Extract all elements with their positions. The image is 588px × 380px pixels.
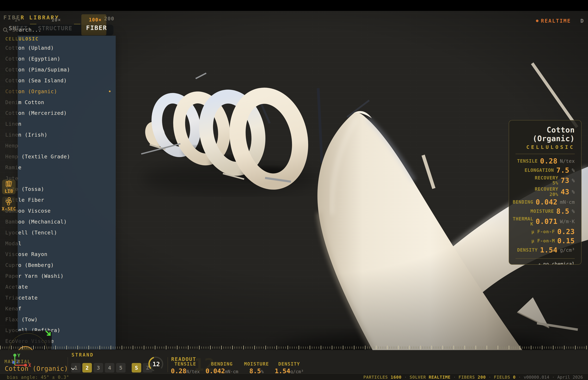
- list-item-label: Jute (Tossa): [18, 186, 44, 192]
- stat-label: MOISTURE: [244, 361, 269, 367]
- list-item-fiber[interactable]: Hemp: [18, 140, 111, 151]
- list-item-fiber[interactable]: Jute: [18, 173, 111, 184]
- list-item-fiber[interactable]: Viscose Rayon: [18, 249, 111, 260]
- list-item-fiber[interactable]: Triacetate: [18, 292, 111, 303]
- quality-mode-button[interactable]: D: [581, 18, 584, 24]
- list-item-label: Flax (Tow): [18, 317, 38, 323]
- list-item-label: Denim Cotton: [18, 99, 44, 105]
- property-unit: mN·cm: [560, 199, 575, 205]
- strand-button-3[interactable]: 3: [94, 363, 103, 373]
- note-text: no chemical residue: [543, 261, 575, 265]
- search-placeholder: Search...: [12, 27, 41, 33]
- strand-button-s[interactable]: S: [132, 363, 141, 373]
- property-label: TENSILE: [517, 158, 538, 164]
- cursor-arrow-icon: [45, 330, 52, 337]
- status-separator: ·: [552, 375, 554, 380]
- status-label: FIBERS: [458, 375, 475, 380]
- strand-section-label: STRAND: [72, 352, 94, 358]
- list-item-fiber[interactable]: Ramie: [18, 162, 111, 173]
- property-row: BENDING0.042mN·cm: [515, 197, 575, 207]
- tab-fiber[interactable]: FIBER: [86, 24, 107, 31]
- timeline-ruler[interactable]: [0, 345, 588, 350]
- sidebar-item-cross-section[interactable]: X-SEC: [2, 197, 16, 212]
- list-item-label: Hemp: [18, 143, 18, 149]
- list-item-label: Modal: [18, 241, 21, 247]
- list-item-fiber[interactable]: Cotton (Pima/Supima): [18, 64, 111, 75]
- property-unit: %: [572, 178, 575, 183]
- list-item-fiber[interactable]: Linen (Irish): [18, 130, 111, 140]
- list-item-fiber[interactable]: Acetate: [18, 282, 111, 292]
- readout-stat: BENDING0.042mN·cm: [206, 361, 238, 375]
- strand-button-4[interactable]: 4: [105, 363, 114, 373]
- list-item-fiber[interactable]: Cotton (Egyptian): [18, 53, 111, 64]
- status-date: April 2026: [557, 375, 583, 380]
- sidebar-item-library[interactable]: LIB: [2, 180, 16, 194]
- list-item-fiber[interactable]: Paper Yarn (Washi): [18, 271, 111, 282]
- property-unit: g/cm³: [560, 247, 575, 253]
- readout-stat: MOISTURE8.5%: [244, 361, 269, 375]
- scale-button-100x[interactable]: 100×: [89, 17, 102, 23]
- property-row: RECOVERY 20%43%: [515, 186, 575, 197]
- list-item-fiber[interactable]: Lyocell (Tencel): [18, 227, 111, 238]
- status-separator: ·: [518, 375, 521, 380]
- property-value: 0.071: [536, 217, 557, 226]
- property-row: µ F-on-F0.23: [515, 227, 575, 236]
- list-item-fiber[interactable]: Modal: [18, 238, 111, 249]
- status-label: PARTICLES: [363, 375, 388, 380]
- stat-label: TENSILE: [174, 361, 196, 367]
- list-item-fiber[interactable]: Bamboo (Mechanical): [18, 216, 111, 227]
- list-item-label: Cotton (Upland): [18, 45, 54, 51]
- property-label: ELONGATION: [525, 168, 554, 173]
- search-icon: [3, 27, 8, 33]
- inspector-category: CELLULOSIC: [515, 144, 575, 150]
- strand-button-1[interactable]: 1: [71, 363, 81, 373]
- list-item-fiber[interactable]: Flax (Tow): [18, 314, 111, 325]
- stat-label: BENDING: [211, 361, 233, 367]
- list-item-fiber[interactable]: Linen: [18, 118, 111, 130]
- list-item-fiber[interactable]: Cupro (Bemberg): [18, 260, 111, 271]
- material-value: Cotton (Organic): [5, 365, 68, 372]
- material-select[interactable]: Cotton (Organic): [5, 365, 75, 372]
- list-item-fiber[interactable]: Denim Cotton: [18, 97, 111, 108]
- status-right: PARTICLES1600·SOLVERREALTIME·FIBERS200·F…: [363, 375, 583, 380]
- list-item-label: Lyocell (Tencel): [18, 230, 57, 236]
- library-list: CELLULOSICCotton (Upland)Cotton (Egyptia…: [18, 36, 111, 347]
- readout-stat: DENSITY1.54g/cm³: [275, 361, 304, 375]
- scale-button-1x[interactable]: 1×: [15, 17, 20, 22]
- strand-button-2[interactable]: 2: [82, 363, 92, 373]
- property-label: µ F-on-M: [531, 238, 555, 243]
- list-item-label: Cotton (Organic): [18, 88, 57, 95]
- list-item-label: Jute: [18, 175, 18, 181]
- list-item-fiber[interactable]: Nettle Fiber: [18, 195, 111, 206]
- list-item-label: Hemp (Textile Grade): [18, 153, 70, 160]
- list-item-fiber[interactable]: Jute (Tossa): [18, 184, 111, 195]
- property-unit: W/m·K: [560, 219, 575, 224]
- inspector-title: Cotton (Organic): [515, 126, 575, 143]
- list-item-label: Ramie: [18, 165, 21, 171]
- bias-angle-readout: bias angle: 45° ± 0.3°: [7, 375, 69, 380]
- sidebar-item-label: LIB: [5, 189, 13, 194]
- list-item-label: Viscose Rayon: [18, 251, 47, 257]
- list-item-fiber[interactable]: Cotton (Organic): [18, 86, 111, 97]
- property-label: BENDING: [513, 200, 533, 205]
- list-item-label: Bamboo Viscose: [18, 208, 51, 214]
- list-item-fiber[interactable]: Bamboo Viscose: [18, 206, 111, 216]
- toolbar-divider: [168, 357, 168, 372]
- strand-button-5[interactable]: 5: [116, 363, 126, 373]
- property-row: TENSILE0.28N/tex: [515, 156, 575, 166]
- list-item-fiber[interactable]: Hemp (Textile Grade): [18, 151, 111, 162]
- list-item-label: Cupro (Bemberg): [18, 262, 54, 268]
- inspector-properties: TENSILE0.28N/texELONGATION7.5%RECOVERY 5…: [515, 156, 575, 255]
- material-inspector-panel: Cotton (Organic) CELLULOSIC TENSILE0.28N…: [509, 120, 582, 265]
- scale-button-10x[interactable]: 10×: [51, 17, 61, 23]
- books-icon: [5, 180, 13, 188]
- list-item-fiber[interactable]: Cotton (Mercerized): [18, 108, 111, 118]
- property-label: RECOVERY 20%: [528, 187, 558, 197]
- status-label: SOLVER: [410, 375, 426, 380]
- list-item-fiber[interactable]: Kenaf: [18, 303, 111, 314]
- list-item-fiber[interactable]: Cotton (Sea Island): [18, 75, 111, 86]
- status-separator: ·: [404, 375, 407, 380]
- property-value: 0.15: [557, 237, 575, 245]
- stat-label: DENSITY: [278, 361, 300, 367]
- list-item-fiber[interactable]: Cotton (Upland): [18, 42, 111, 53]
